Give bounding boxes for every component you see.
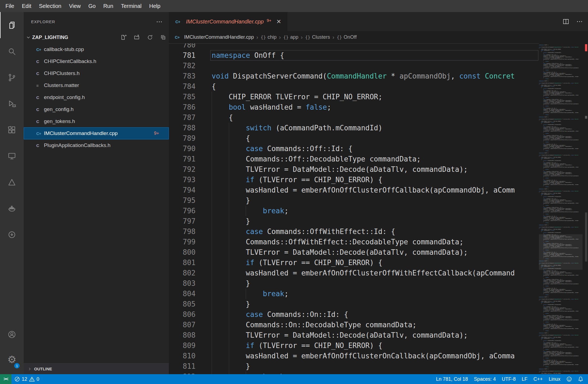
line-number: 790: [169, 143, 196, 154]
code-line-808[interactable]: 808 TLVError = DataModel::Decode(aDataTl…: [169, 330, 588, 340]
menu-file[interactable]: File: [2, 0, 18, 12]
new-file-icon[interactable]: [121, 34, 127, 40]
code-line-812[interactable]: 812 break;: [169, 371, 588, 374]
breadcrumb-separator: ›: [279, 34, 281, 40]
remote-indicator[interactable]: ><: [0, 374, 11, 384]
problems-indicator[interactable]: 12 0: [11, 374, 42, 384]
activitybar-search[interactable]: [0, 38, 24, 64]
line-number: 783: [169, 71, 196, 81]
activitybar-accounts[interactable]: [0, 322, 24, 347]
code-line-781[interactable]: 781namespace OnOff {: [169, 50, 588, 61]
file-CHIPClientCallbacks.h[interactable]: CCHIPClientCallbacks.h: [24, 55, 169, 67]
code-line-795[interactable]: 795 }: [169, 195, 588, 206]
code-line-807[interactable]: 807 Commands::On::DecodableType commandD…: [169, 320, 588, 330]
code-line-809[interactable]: 809 if (TLVError == CHIP_NO_ERROR) {: [169, 340, 588, 351]
code-line-803[interactable]: 803 }: [169, 278, 588, 289]
activitybar-azure[interactable]: [0, 169, 24, 195]
outline-label: OUTLINE: [34, 367, 52, 371]
tab-imclustercommandhandler-cpp[interactable]: C+ IMClusterCommandHandler.cpp 9+ ×: [169, 12, 287, 31]
tab-close-icon[interactable]: ×: [277, 18, 281, 25]
file-CHIPClusters.h[interactable]: CCHIPClusters.h: [24, 67, 169, 79]
code-line-801[interactable]: 801 if (TLVError == CHIP_NO_ERROR) {: [169, 257, 588, 268]
feedback[interactable]: [563, 374, 575, 384]
file-callback-stub.cpp[interactable]: C+callback-stub.cpp: [24, 43, 169, 55]
encoding[interactable]: UTF-8: [499, 374, 519, 384]
code-line-800[interactable]: 800 TLVError = DataModel::Decode(aDataTl…: [169, 247, 588, 257]
file-gen_tokens.h[interactable]: Cgen_tokens.h: [24, 115, 169, 127]
breadcrumb-IMClusterCommandHandler.cpp[interactable]: C+IMClusterCommandHandler.cpp: [175, 34, 254, 40]
h-file-icon: C: [36, 71, 44, 76]
menu-selection[interactable]: Selection: [35, 0, 65, 12]
notifications[interactable]: [575, 374, 586, 384]
outline-section-header[interactable]: OUTLINE: [24, 363, 169, 374]
menu-run[interactable]: Run: [100, 0, 117, 12]
menu-view[interactable]: View: [65, 0, 85, 12]
code-line-798[interactable]: 798 case Commands::OffWithEffect::Id: {: [169, 226, 588, 237]
eol-selector[interactable]: LF: [519, 374, 530, 384]
menu-terminal[interactable]: Terminal: [117, 0, 145, 12]
activitybar-source-control[interactable]: [0, 64, 24, 91]
file-IMClusterCommandHandler.cpp[interactable]: C+IMClusterCommandHandler.cpp9+: [24, 127, 169, 139]
file-label: gen_config.h: [44, 106, 74, 112]
minimap[interactable]: namespace OnOff {void DispatchServerComm…: [539, 43, 583, 374]
code-line-806[interactable]: 806 case Commands::On::Id: {: [169, 309, 588, 320]
folder-section-header[interactable]: ZAP_LIGHTING: [24, 31, 169, 43]
code-line-792[interactable]: 792 TLVError = DataModel::Decode(aDataTl…: [169, 164, 588, 175]
activitybar-docker[interactable]: [0, 195, 24, 221]
editor-more-actions-icon[interactable]: [576, 18, 583, 25]
code-line-804[interactable]: 804 break;: [169, 289, 588, 299]
code-line-780[interactable]: 780: [169, 43, 588, 50]
breadcrumb-app[interactable]: {}app: [283, 34, 298, 40]
code-line-794[interactable]: 794 wasHandled = emberAfOnOffClusterOffC…: [169, 185, 588, 195]
code-line-805[interactable]: 805 }: [169, 299, 588, 309]
breadcrumb-OnOff[interactable]: {}OnOff: [337, 34, 357, 40]
code-line-796[interactable]: 796 break;: [169, 206, 588, 216]
code-line-788[interactable]: 788 switch (aCommandPath.mCommandId): [169, 123, 588, 133]
minimap-slider[interactable]: [539, 234, 583, 270]
scrollbar-thumb[interactable]: [585, 212, 587, 262]
activitybar-manage[interactable]: ⚙1: [0, 347, 24, 372]
code-text: }: [212, 195, 250, 206]
code-line-786[interactable]: 786 bool wasHandled = false;: [169, 102, 588, 112]
code-line-810[interactable]: 810 wasHandled = emberAfOnOffClusterOnCa…: [169, 351, 588, 361]
cursor-position[interactable]: Ln 781, Col 18: [433, 374, 471, 384]
code-line-783[interactable]: 783void DispatchServerCommand(CommandHan…: [169, 71, 588, 81]
code-line-790[interactable]: 790 case Commands::Off::Id: {: [169, 143, 588, 154]
activitybar-run-and-debug[interactable]: [0, 91, 24, 117]
activitybar-remote-explorer[interactable]: [0, 143, 24, 169]
file-gen_config.h[interactable]: Cgen_config.h: [24, 103, 169, 115]
explorer-more-actions-icon[interactable]: [156, 18, 163, 25]
code-line-785[interactable]: 785 CHIP_ERROR TLVError = CHIP_NO_ERROR;: [169, 92, 588, 102]
code-line-797[interactable]: 797 }: [169, 216, 588, 226]
file-Clusters.matter[interactable]: ≡Clusters.matter: [24, 79, 169, 91]
collapse-all-icon[interactable]: [160, 34, 166, 40]
code-line-782[interactable]: 782: [169, 61, 588, 71]
split-editor-icon[interactable]: [562, 18, 569, 25]
remote-os[interactable]: Linux: [546, 374, 563, 384]
activitybar-explorer[interactable]: [0, 12, 24, 38]
code-line-793[interactable]: 793 if (TLVError == CHIP_NO_ERROR) {: [169, 175, 588, 185]
code-text: bool wasHandled = false;: [212, 102, 331, 112]
breadcrumb-Clusters[interactable]: {}Clusters: [305, 34, 330, 40]
code-editor[interactable]: 780781namespace OnOff {782783void Dispat…: [169, 43, 588, 374]
breadcrumb-chip[interactable]: {}chip: [261, 34, 277, 40]
new-folder-icon[interactable]: [134, 34, 140, 40]
menu-help[interactable]: Help: [145, 0, 164, 12]
code-line-791[interactable]: 791 Commands::Off::DecodableType command…: [169, 154, 588, 164]
menu-edit[interactable]: Edit: [18, 0, 35, 12]
code-line-802[interactable]: 802 wasHandled = emberAfOnOffClusterOffW…: [169, 268, 588, 278]
indentation[interactable]: Spaces: 4: [471, 374, 499, 384]
code-line-784[interactable]: 784{: [169, 81, 588, 92]
code-line-787[interactable]: 787 {: [169, 112, 588, 123]
explorer-toolbar: [121, 34, 169, 40]
code-line-789[interactable]: 789 {: [169, 133, 588, 143]
refresh-icon[interactable]: [147, 34, 153, 40]
code-line-811[interactable]: 811 }: [169, 361, 588, 371]
file-endpoint_config.h[interactable]: Cendpoint_config.h: [24, 91, 169, 103]
file-PluginApplicationCallbacks.h[interactable]: CPluginApplicationCallbacks.h: [24, 139, 169, 151]
code-line-799[interactable]: 799 Commands::OffWithEffect::DecodableTy…: [169, 237, 588, 247]
menu-go[interactable]: Go: [85, 0, 100, 12]
activitybar-extensions[interactable]: [0, 117, 24, 143]
language-mode[interactable]: C++: [530, 374, 546, 384]
activitybar-remote-targets[interactable]: [0, 221, 24, 248]
